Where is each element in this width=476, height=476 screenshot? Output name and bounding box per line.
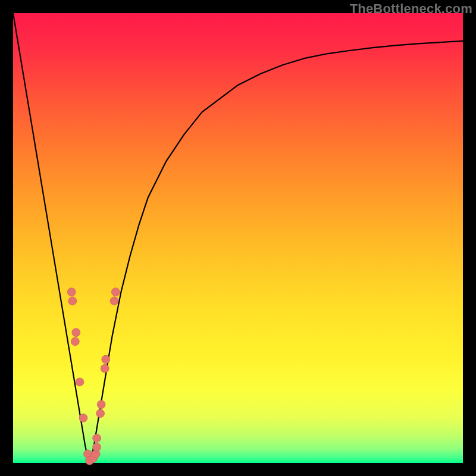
bottleneck-curve bbox=[13, 13, 463, 463]
chart-frame: TheBottleneck.com bbox=[0, 0, 476, 476]
sample-dot bbox=[76, 378, 84, 386]
plot-area bbox=[13, 13, 463, 463]
sample-dot bbox=[68, 297, 77, 305]
sample-dot bbox=[71, 337, 79, 346]
sample-dot bbox=[111, 288, 120, 296]
sample-dot bbox=[101, 364, 109, 372]
sample-dot bbox=[102, 355, 110, 364]
sample-dot bbox=[93, 443, 101, 452]
sample-dot bbox=[110, 297, 118, 305]
sample-dot bbox=[72, 328, 80, 337]
sample-dots-group bbox=[67, 288, 120, 465]
sample-dot bbox=[93, 434, 101, 442]
chart-svg bbox=[13, 13, 463, 463]
sample-dot bbox=[79, 414, 87, 422]
sample-dot bbox=[97, 400, 105, 409]
sample-dot bbox=[67, 288, 76, 296]
sample-dot bbox=[96, 409, 105, 418]
